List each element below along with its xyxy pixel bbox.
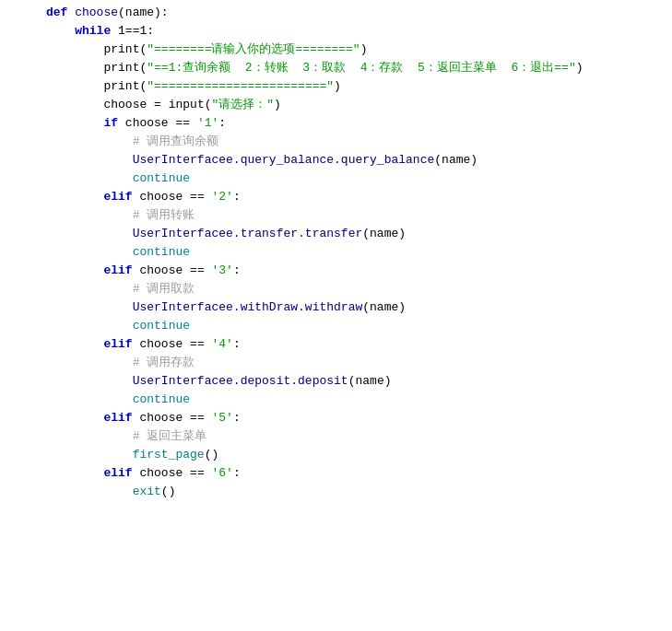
code-line-21: UserInterfacee.deposit.deposit(name): [0, 372, 672, 391]
line-content-3: print("========请输入你的选项========"): [39, 41, 672, 59]
code-line-12: # 调用转账: [0, 206, 672, 225]
code-line-7: if choose == '1':: [0, 114, 672, 133]
line-content-11: elif choose == '2':: [39, 188, 672, 206]
line-content-27: exit(): [39, 483, 672, 501]
line-content-15: elif choose == '3':: [39, 262, 672, 280]
code-line-2: while 1==1:: [0, 22, 672, 41]
line-content-18: continue: [39, 317, 672, 335]
line-content-25: first_page(): [39, 446, 672, 464]
code-line-4: print("==1:查询余额 2：转账 3：取款 4：存款 5：返回主菜单 6…: [0, 59, 672, 77]
code-line-19: elif choose == '4':: [0, 335, 672, 354]
line-content-17: UserInterfacee.withDraw.withdraw(name): [39, 298, 672, 317]
line-content-19: elif choose == '4':: [39, 335, 672, 354]
code-line-1: def choose(name):: [0, 4, 672, 22]
line-content-8: # 调用查询余额: [39, 133, 672, 151]
line-content-26: elif choose == '6':: [39, 464, 672, 483]
code-line-16: # 调用取款: [0, 280, 672, 298]
line-content-2: while 1==1:: [39, 22, 672, 41]
code-line-24: # 返回主菜单: [0, 427, 672, 446]
code-line-23: elif choose == '5':: [0, 409, 672, 427]
code-line-18: continue: [0, 317, 672, 335]
line-content-22: continue: [39, 391, 672, 409]
line-content-12: # 调用转账: [39, 206, 672, 225]
code-line-22: continue: [0, 391, 672, 409]
code-line-26: elif choose == '6':: [0, 464, 672, 483]
line-content-16: # 调用取款: [39, 280, 672, 298]
line-content-10: continue: [39, 169, 672, 188]
code-line-17: UserInterfacee.withDraw.withdraw(name): [0, 298, 672, 317]
code-editor: def choose(name): while 1==1: print("===…: [0, 0, 672, 631]
code-line-5: print("========================"): [0, 77, 672, 96]
code-line-25: first_page(): [0, 446, 672, 464]
line-content-14: continue: [39, 243, 672, 262]
code-line-27: exit(): [0, 483, 672, 501]
code-line-11: elif choose == '2':: [0, 188, 672, 206]
line-content-13: UserInterfacee.transfer.transfer(name): [39, 225, 672, 243]
line-content-20: # 调用存款: [39, 354, 672, 372]
code-line-20: # 调用存款: [0, 354, 672, 372]
line-content-6: choose = input("请选择："): [39, 96, 672, 114]
line-content-1: def choose(name):: [39, 4, 672, 22]
code-line-9: UserInterfacee.query_balance.query_balan…: [0, 151, 672, 169]
line-content-5: print("========================"): [39, 77, 672, 96]
code-line-3: print("========请输入你的选项========"): [0, 41, 672, 59]
code-line-13: UserInterfacee.transfer.transfer(name): [0, 225, 672, 243]
line-content-9: UserInterfacee.query_balance.query_balan…: [39, 151, 672, 169]
line-content-4: print("==1:查询余额 2：转账 3：取款 4：存款 5：返回主菜单 6…: [39, 59, 672, 77]
code-line-14: continue: [0, 243, 672, 262]
code-line-10: continue: [0, 169, 672, 188]
code-line-15: elif choose == '3':: [0, 262, 672, 280]
line-content-23: elif choose == '5':: [39, 409, 672, 427]
code-line-8: # 调用查询余额: [0, 133, 672, 151]
line-content-7: if choose == '1':: [39, 114, 672, 133]
code-line-6: choose = input("请选择："): [0, 96, 672, 114]
line-content-24: # 返回主菜单: [39, 427, 672, 446]
line-content-21: UserInterfacee.deposit.deposit(name): [39, 372, 672, 391]
